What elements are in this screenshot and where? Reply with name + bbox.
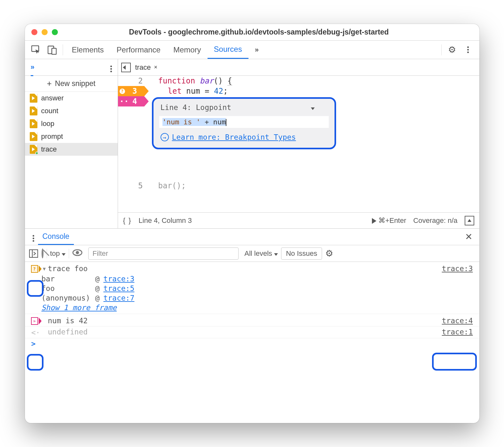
show-more-editor-button[interactable]: [465, 216, 474, 225]
window-controls: [31, 29, 58, 35]
file-name: loop: [41, 120, 55, 128]
stack-frame: bar@trace:3: [25, 274, 479, 284]
execution-context-dropdown[interactable]: top: [50, 249, 66, 258]
devtools-tabbar: Elements Performance Memory Sources » ⚙: [25, 41, 479, 59]
console-toolbar: top Filter All levels No Issues ⚙: [25, 245, 479, 262]
close-tab-icon[interactable]: ×: [154, 64, 157, 71]
run-snippet-button[interactable]: ⌘+Enter: [372, 216, 406, 225]
popup-line-label: Line 4:: [161, 103, 192, 112]
snippet-file-icon: [30, 132, 37, 141]
snippet-file-icon: [30, 145, 37, 154]
console-message: trace foo: [48, 264, 442, 273]
editor-tab-strip: trace ×: [118, 59, 479, 76]
file-item-count[interactable]: count: [25, 105, 118, 117]
file-item-answer[interactable]: answer: [25, 92, 118, 105]
minimize-window-button[interactable]: [42, 29, 48, 35]
gutter-line-5[interactable]: 5: [118, 181, 145, 191]
log-levels-dropdown[interactable]: All levels: [244, 249, 278, 258]
tab-elements[interactable]: Elements: [66, 41, 110, 59]
code-line-2: function bar() {: [145, 76, 232, 86]
navigator-toggle-icon[interactable]: [121, 63, 131, 72]
snippets-file-list: answer count loop prompt trace: [25, 92, 118, 228]
editor-tab-name: trace: [135, 63, 151, 72]
conditional-marker-icon: ?: [120, 89, 125, 94]
gutter-logpoint-line-4[interactable]: ·· 4: [118, 96, 144, 106]
logpoint-expression-input[interactable]: 'num is ' + num: [159, 116, 329, 128]
stack-frame: foo@trace:5: [25, 284, 479, 293]
file-item-trace[interactable]: trace: [25, 143, 118, 156]
pretty-print-button[interactable]: { }: [123, 216, 132, 225]
breakpoint-type-dropdown[interactable]: Logpoint: [196, 103, 315, 112]
close-drawer-icon[interactable]: ✕: [462, 231, 476, 242]
tab-sources[interactable]: Sources: [208, 41, 248, 59]
snippet-file-icon: [30, 119, 37, 128]
snippet-file-icon: [30, 106, 37, 115]
chevron-down-icon: [274, 253, 278, 256]
chevron-down-icon: [311, 107, 315, 110]
new-snippet-button[interactable]: + New snippet: [25, 76, 118, 92]
file-name: prompt: [41, 132, 63, 141]
tab-memory[interactable]: Memory: [167, 41, 208, 59]
svg-rect-2: [52, 48, 56, 54]
console-drawer: Console ✕ top Filter All levels No Issue…: [25, 229, 479, 423]
sources-workspace: » + New snippet answer count loop: [25, 59, 479, 229]
code-area[interactable]: 2 function bar() { ? 3 let num = 42; ·· …: [118, 76, 479, 212]
console-message: num is 42: [48, 317, 442, 325]
gutter-line-2[interactable]: 2: [118, 76, 145, 86]
console-settings-gear-icon[interactable]: ⚙: [325, 248, 333, 259]
cursor-position: Line 4, Column 3: [138, 216, 192, 225]
tab-performance[interactable]: Performance: [110, 41, 167, 59]
stack-frame-link[interactable]: trace:7: [103, 294, 134, 302]
breakpoint-edit-popup: Line 4: Logpoint 'num is ' + num → Learn…: [152, 97, 336, 149]
learn-more-link[interactable]: Learn more: Breakpoint Types: [172, 133, 296, 141]
editor-status-bar: { } Line 4, Column 3 ⌘+Enter Coverage: n…: [118, 212, 479, 228]
console-sidebar-toggle-icon[interactable]: [29, 249, 38, 258]
console-source-link[interactable]: trace:1: [442, 328, 473, 336]
snippet-file-icon: [30, 94, 37, 103]
svg-point-6: [76, 251, 79, 254]
sidebar-overflow-button[interactable]: »: [31, 63, 33, 76]
console-prompt[interactable]: >: [25, 338, 479, 349]
snippets-sidebar: » + New snippet answer count loop: [25, 59, 118, 228]
zoom-window-button[interactable]: [52, 29, 58, 35]
close-window-button[interactable]: [31, 29, 37, 35]
file-item-loop[interactable]: loop: [25, 117, 118, 130]
sidebar-kebab-icon[interactable]: [110, 63, 112, 72]
issues-button[interactable]: No Issues: [281, 247, 322, 260]
window-titlebar: DevTools - googlechrome.github.io/devtoo…: [25, 24, 479, 41]
console-tab[interactable]: Console: [38, 229, 74, 245]
editor-tab-trace[interactable]: trace ×: [135, 63, 157, 72]
device-toolbar-icon[interactable]: [45, 44, 59, 56]
stack-frame-link[interactable]: trace:5: [103, 284, 134, 293]
arrow-circle-icon: →: [161, 133, 169, 141]
code-editor: trace × 2 function bar() { ? 3 let num =…: [118, 59, 479, 228]
show-more-frames-link[interactable]: Show 1 more frame: [42, 303, 117, 312]
file-name: answer: [41, 94, 64, 102]
sidebar-tabs: »: [25, 59, 118, 76]
drawer-kebab-icon[interactable]: [29, 232, 38, 241]
new-snippet-label: New snippet: [55, 79, 96, 88]
console-entry-logpoint: » num is 42 trace:4: [25, 314, 479, 326]
file-name: trace: [41, 145, 57, 153]
window-title: DevTools - googlechrome.github.io/devtoo…: [67, 28, 473, 36]
modified-badge: [35, 152, 38, 155]
clear-console-icon[interactable]: [42, 249, 43, 258]
console-output: ? ▾ trace foo trace:3 bar@trace:3 foo@tr…: [25, 262, 479, 423]
file-item-prompt[interactable]: prompt: [25, 130, 118, 143]
console-filter-input[interactable]: Filter: [88, 247, 239, 260]
console-source-link[interactable]: trace:4: [442, 317, 473, 325]
console-source-link[interactable]: trace:3: [442, 264, 473, 273]
inspect-element-icon[interactable]: [29, 44, 43, 56]
coverage-label: Coverage: n/a: [413, 216, 457, 225]
gutter-conditional-breakpoint-line-3[interactable]: ? 3: [118, 86, 144, 96]
live-expression-icon[interactable]: [72, 249, 83, 258]
stack-frame: (anonymous)@trace:7: [25, 293, 479, 303]
settings-gear-icon[interactable]: ⚙: [445, 44, 459, 56]
kebab-menu-icon[interactable]: [461, 44, 475, 56]
tabs-overflow-button[interactable]: »: [248, 41, 264, 59]
svg-rect-3: [29, 250, 38, 257]
play-icon: [372, 218, 376, 224]
stack-frame-link[interactable]: trace:3: [103, 275, 134, 283]
console-tab-strip: Console ✕: [25, 229, 479, 245]
logpoint-marker-icon: ··: [120, 97, 129, 106]
